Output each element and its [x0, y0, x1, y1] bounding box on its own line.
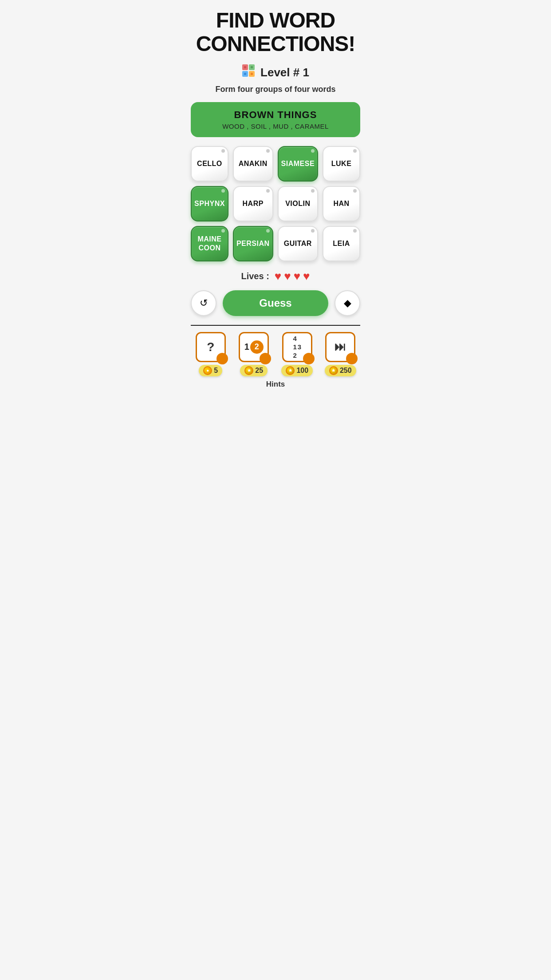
completed-group-title: BROWN THINGS — [200, 109, 351, 121]
guess-button[interactable]: Guess — [223, 290, 328, 316]
hint-item-123[interactable]: 4 1 3 2 ★ 100 — [277, 332, 317, 376]
level-text: Level # 1 — [260, 66, 309, 79]
erase-button[interactable]: ◆ — [335, 290, 360, 316]
word-tile-3[interactable]: LUKE — [323, 146, 360, 182]
coin-icon-2: ★ — [244, 366, 253, 375]
hint-12-badge — [260, 353, 271, 364]
hint-play-symbol: ⏭ — [335, 340, 346, 354]
coin-icon-4: ★ — [329, 366, 338, 375]
word-tile-0[interactable]: CELLO — [191, 146, 228, 182]
heart-2: ♥ — [284, 269, 291, 283]
hint-12-icon: 1 2 — [239, 332, 269, 362]
shuffle-icon: ↺ — [200, 297, 208, 309]
heart-4: ♥ — [303, 269, 310, 283]
hint-cost-4: ★ 250 — [325, 365, 356, 376]
lives-row: Lives : ♥ ♥ ♥ ♥ — [241, 269, 310, 283]
hint-cost-value-1: 5 — [214, 367, 218, 375]
hint-item-play[interactable]: ⏭ ★ 250 — [321, 332, 361, 376]
hint-cost-3: ★ 100 — [281, 365, 313, 376]
hints-grid: ? ● 5 1 2 — [191, 326, 360, 376]
word-tile-6[interactable]: VIOLIN — [278, 186, 319, 221]
hint-cost-1: ● 5 — [199, 365, 222, 376]
word-tile-10[interactable]: GUITAR — [278, 226, 319, 261]
svg-rect-6 — [244, 73, 246, 75]
hints-section: ? ● 5 1 2 — [191, 325, 360, 391]
word-tile-9[interactable]: PERSIAN — [233, 226, 273, 261]
hint-123-display: 4 1 3 2 — [293, 335, 301, 359]
level-row: Level # 1 — [242, 64, 309, 81]
svg-rect-5 — [251, 66, 253, 68]
coin-icon-1: ● — [203, 366, 212, 375]
hint-cost-value-4: 250 — [340, 367, 352, 375]
hint-123-badge — [303, 353, 315, 364]
shuffle-button[interactable]: ↺ — [191, 290, 216, 316]
word-tile-2[interactable]: SIAMESE — [278, 146, 319, 182]
app-container: FIND WORD CONNECTIONS! Level # 1 Form fo… — [184, 0, 367, 398]
hint-cost-2: ★ 25 — [240, 365, 268, 376]
hint-cost-value-3: 100 — [296, 367, 308, 375]
word-grid: CELLOANAKINSIAMESELUKESPHYNXHARPVIOLINHA… — [191, 146, 360, 261]
hint-play-icon: ⏭ — [325, 332, 355, 362]
hint-question-text: ? — [207, 340, 214, 354]
hint-item-12[interactable]: 1 2 ★ 25 — [234, 332, 274, 376]
word-tile-11[interactable]: LEIA — [323, 226, 360, 261]
main-title: FIND WORD CONNECTIONS! — [191, 9, 360, 56]
heart-1: ♥ — [275, 269, 281, 283]
action-row: ↺ Guess ◆ — [191, 290, 360, 316]
hint-question-badge — [216, 353, 228, 364]
completed-group-words: WOOD , SOIL , MUD , CARAMEL — [200, 122, 351, 130]
word-tile-4[interactable]: SPHYNX — [191, 186, 228, 221]
word-tile-5[interactable]: HARP — [233, 186, 273, 221]
word-tile-1[interactable]: ANAKIN — [233, 146, 273, 182]
erase-icon: ◆ — [344, 297, 351, 309]
level-icon — [242, 64, 256, 81]
hint-123-icon: 4 1 3 2 — [282, 332, 312, 362]
svg-rect-4 — [244, 66, 246, 68]
hint-cost-value-2: 25 — [255, 367, 263, 375]
lives-label: Lives : — [241, 271, 269, 281]
word-tile-8[interactable]: MAINE COON — [191, 226, 228, 261]
hint-item-question[interactable]: ? ● 5 — [191, 332, 231, 376]
heart-3: ♥ — [294, 269, 300, 283]
hint-12-display: 1 2 — [244, 340, 264, 354]
hints-label: Hints — [191, 376, 360, 391]
completed-group-banner: BROWN THINGS WOOD , SOIL , MUD , CARAMEL — [191, 102, 360, 137]
word-tile-7[interactable]: HAN — [323, 186, 360, 221]
hint-play-badge — [346, 353, 358, 364]
hearts-container: ♥ ♥ ♥ ♥ — [275, 269, 310, 283]
hint-question-icon: ? — [196, 332, 226, 362]
subtitle: Form four groups of four words — [216, 85, 336, 94]
svg-rect-7 — [251, 73, 253, 75]
coin-icon-3: ★ — [286, 366, 295, 375]
